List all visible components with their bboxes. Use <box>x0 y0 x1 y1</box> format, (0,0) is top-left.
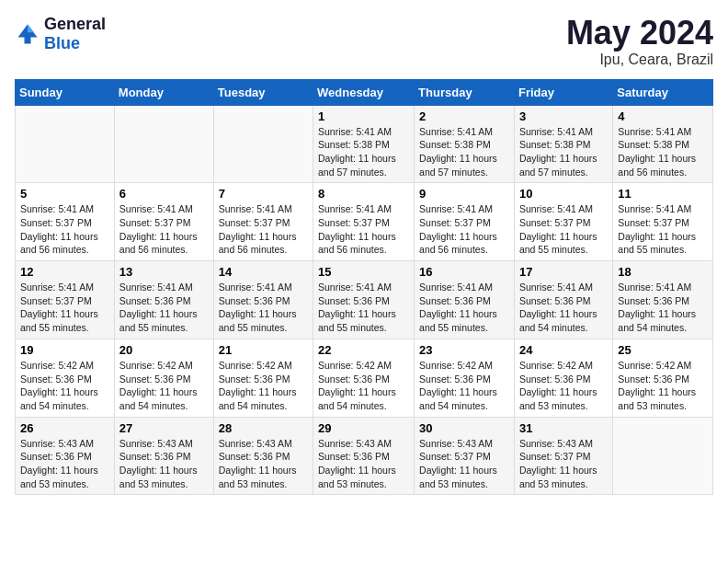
calendar-empty-cell <box>16 105 115 183</box>
day-info: Sunrise: 5:43 AM Sunset: 5:36 PM Dayligh… <box>219 437 308 491</box>
day-number: 8 <box>318 187 409 201</box>
calendar-empty-cell <box>114 105 213 183</box>
calendar-day-1: 1Sunrise: 5:41 AM Sunset: 5:38 PM Daylig… <box>313 105 415 183</box>
day-info: Sunrise: 5:42 AM Sunset: 5:36 PM Dayligh… <box>219 359 308 413</box>
calendar-day-3: 3Sunrise: 5:41 AM Sunset: 5:38 PM Daylig… <box>514 105 612 183</box>
day-info: Sunrise: 5:41 AM Sunset: 5:36 PM Dayligh… <box>419 281 509 335</box>
calendar-empty-cell <box>613 417 713 495</box>
calendar-title: May 2024 <box>566 15 713 52</box>
day-number: 11 <box>618 187 708 201</box>
day-number: 29 <box>318 421 409 435</box>
calendar-day-5: 5Sunrise: 5:41 AM Sunset: 5:37 PM Daylig… <box>16 183 115 261</box>
day-number: 7 <box>219 187 308 201</box>
calendar-day-26: 26Sunrise: 5:43 AM Sunset: 5:36 PM Dayli… <box>16 417 115 495</box>
day-info: Sunrise: 5:43 AM Sunset: 5:37 PM Dayligh… <box>419 437 509 491</box>
calendar-day-18: 18Sunrise: 5:41 AM Sunset: 5:36 PM Dayli… <box>613 261 713 339</box>
calendar-day-22: 22Sunrise: 5:42 AM Sunset: 5:36 PM Dayli… <box>313 339 415 417</box>
day-info: Sunrise: 5:42 AM Sunset: 5:36 PM Dayligh… <box>618 359 708 413</box>
day-number: 21 <box>219 343 308 357</box>
calendar-day-21: 21Sunrise: 5:42 AM Sunset: 5:36 PM Dayli… <box>213 339 313 417</box>
calendar-day-13: 13Sunrise: 5:41 AM Sunset: 5:36 PM Dayli… <box>114 261 213 339</box>
day-info: Sunrise: 5:41 AM Sunset: 5:36 PM Dayligh… <box>618 281 708 335</box>
day-info: Sunrise: 5:41 AM Sunset: 5:38 PM Dayligh… <box>419 125 509 179</box>
calendar-week-row: 26Sunrise: 5:43 AM Sunset: 5:36 PM Dayli… <box>16 417 713 495</box>
calendar-day-8: 8Sunrise: 5:41 AM Sunset: 5:37 PM Daylig… <box>313 183 415 261</box>
day-number: 2 <box>419 109 509 123</box>
day-info: Sunrise: 5:41 AM Sunset: 5:38 PM Dayligh… <box>618 125 708 179</box>
title-block: May 2024 Ipu, Ceara, Brazil <box>566 15 713 68</box>
day-info: Sunrise: 5:42 AM Sunset: 5:36 PM Dayligh… <box>419 359 509 413</box>
calendar-header-row: SundayMondayTuesdayWednesdayThursdayFrid… <box>16 79 713 105</box>
calendar-table: SundayMondayTuesdayWednesdayThursdayFrid… <box>15 79 713 496</box>
calendar-week-row: 12Sunrise: 5:41 AM Sunset: 5:37 PM Dayli… <box>16 261 713 339</box>
day-number: 23 <box>419 343 509 357</box>
day-number: 20 <box>119 343 209 357</box>
col-header-sunday: Sunday <box>16 79 115 105</box>
day-number: 18 <box>618 265 708 279</box>
calendar-day-14: 14Sunrise: 5:41 AM Sunset: 5:36 PM Dayli… <box>213 261 313 339</box>
day-info: Sunrise: 5:41 AM Sunset: 5:37 PM Dayligh… <box>318 202 409 257</box>
calendar-day-4: 4Sunrise: 5:41 AM Sunset: 5:38 PM Daylig… <box>613 105 713 183</box>
day-info: Sunrise: 5:41 AM Sunset: 5:36 PM Dayligh… <box>318 281 409 335</box>
calendar-week-row: 1Sunrise: 5:41 AM Sunset: 5:38 PM Daylig… <box>16 105 713 183</box>
logo-icon <box>15 21 40 47</box>
calendar-day-29: 29Sunrise: 5:43 AM Sunset: 5:36 PM Dayli… <box>313 417 415 495</box>
calendar-day-16: 16Sunrise: 5:41 AM Sunset: 5:36 PM Dayli… <box>415 261 515 339</box>
day-info: Sunrise: 5:41 AM Sunset: 5:37 PM Dayligh… <box>119 202 209 257</box>
day-info: Sunrise: 5:43 AM Sunset: 5:36 PM Dayligh… <box>119 437 209 491</box>
day-number: 12 <box>20 265 109 279</box>
day-info: Sunrise: 5:43 AM Sunset: 5:36 PM Dayligh… <box>20 437 109 491</box>
day-number: 3 <box>519 109 608 123</box>
calendar-day-30: 30Sunrise: 5:43 AM Sunset: 5:37 PM Dayli… <box>415 417 515 495</box>
day-info: Sunrise: 5:41 AM Sunset: 5:37 PM Dayligh… <box>219 202 308 257</box>
col-header-saturday: Saturday <box>613 79 713 105</box>
col-header-monday: Monday <box>114 79 213 105</box>
day-number: 31 <box>519 421 608 435</box>
day-number: 17 <box>519 265 608 279</box>
day-number: 9 <box>419 187 509 201</box>
day-info: Sunrise: 5:41 AM Sunset: 5:36 PM Dayligh… <box>519 281 608 335</box>
day-number: 24 <box>519 343 608 357</box>
day-info: Sunrise: 5:41 AM Sunset: 5:36 PM Dayligh… <box>119 281 209 335</box>
day-number: 25 <box>618 343 708 357</box>
calendar-day-2: 2Sunrise: 5:41 AM Sunset: 5:38 PM Daylig… <box>415 105 515 183</box>
day-number: 6 <box>119 187 209 201</box>
day-number: 13 <box>119 265 209 279</box>
calendar-day-11: 11Sunrise: 5:41 AM Sunset: 5:37 PM Dayli… <box>613 183 713 261</box>
calendar-day-6: 6Sunrise: 5:41 AM Sunset: 5:37 PM Daylig… <box>114 183 213 261</box>
day-number: 1 <box>318 109 409 123</box>
calendar-week-row: 5Sunrise: 5:41 AM Sunset: 5:37 PM Daylig… <box>16 183 713 261</box>
day-info: Sunrise: 5:41 AM Sunset: 5:37 PM Dayligh… <box>618 202 708 257</box>
calendar-day-17: 17Sunrise: 5:41 AM Sunset: 5:36 PM Dayli… <box>514 261 612 339</box>
calendar-day-28: 28Sunrise: 5:43 AM Sunset: 5:36 PM Dayli… <box>213 417 313 495</box>
col-header-thursday: Thursday <box>415 79 515 105</box>
day-number: 5 <box>20 187 109 201</box>
calendar-day-24: 24Sunrise: 5:42 AM Sunset: 5:36 PM Dayli… <box>514 339 612 417</box>
day-number: 10 <box>519 187 608 201</box>
day-number: 26 <box>20 421 109 435</box>
calendar-day-20: 20Sunrise: 5:42 AM Sunset: 5:36 PM Dayli… <box>114 339 213 417</box>
day-number: 16 <box>419 265 509 279</box>
day-number: 14 <box>219 265 308 279</box>
logo: General Blue <box>15 15 106 52</box>
col-header-wednesday: Wednesday <box>313 79 415 105</box>
day-number: 4 <box>618 109 708 123</box>
calendar-day-27: 27Sunrise: 5:43 AM Sunset: 5:36 PM Dayli… <box>114 417 213 495</box>
day-info: Sunrise: 5:42 AM Sunset: 5:36 PM Dayligh… <box>20 359 109 413</box>
day-info: Sunrise: 5:41 AM Sunset: 5:37 PM Dayligh… <box>419 202 509 257</box>
calendar-subtitle: Ipu, Ceara, Brazil <box>566 52 713 68</box>
col-header-tuesday: Tuesday <box>213 79 313 105</box>
day-info: Sunrise: 5:41 AM Sunset: 5:37 PM Dayligh… <box>20 281 109 335</box>
day-number: 15 <box>318 265 409 279</box>
day-number: 28 <box>219 421 308 435</box>
day-info: Sunrise: 5:42 AM Sunset: 5:36 PM Dayligh… <box>119 359 209 413</box>
calendar-day-7: 7Sunrise: 5:41 AM Sunset: 5:37 PM Daylig… <box>213 183 313 261</box>
calendar-week-row: 19Sunrise: 5:42 AM Sunset: 5:36 PM Dayli… <box>16 339 713 417</box>
page-header: General Blue May 2024 Ipu, Ceara, Brazil <box>15 15 713 68</box>
day-info: Sunrise: 5:41 AM Sunset: 5:38 PM Dayligh… <box>318 125 409 179</box>
day-info: Sunrise: 5:41 AM Sunset: 5:37 PM Dayligh… <box>519 202 608 257</box>
calendar-day-25: 25Sunrise: 5:42 AM Sunset: 5:36 PM Dayli… <box>613 339 713 417</box>
calendar-empty-cell <box>213 105 313 183</box>
calendar-day-23: 23Sunrise: 5:42 AM Sunset: 5:36 PM Dayli… <box>415 339 515 417</box>
logo-text: General Blue <box>44 15 106 52</box>
